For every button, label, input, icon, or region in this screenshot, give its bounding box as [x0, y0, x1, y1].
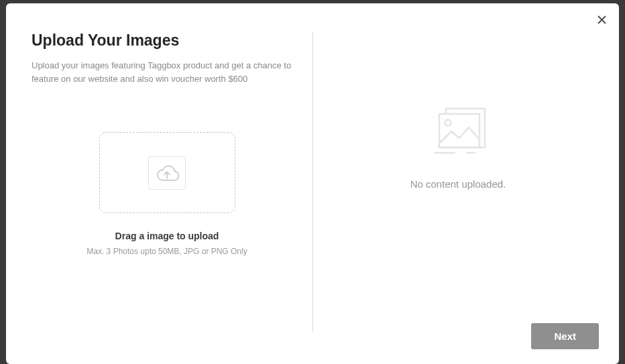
dropzone-container: Drag a image to upload Max. 3 Photos upt… [32, 132, 302, 256]
preview-panel: No content uploaded. [323, 32, 593, 352]
empty-state-illustration [424, 102, 492, 162]
modal-content: Upload Your Images Upload your images fe… [6, 3, 619, 364]
svg-point-1 [445, 120, 451, 126]
dropzone-hint: Max. 3 Photos upto 50MB, JPG or PNG Only [87, 247, 247, 256]
cloud-upload-icon [154, 163, 180, 183]
upload-modal: Upload Your Images Upload your images fe… [6, 3, 619, 364]
svg-rect-0 [439, 114, 479, 147]
file-dropzone[interactable] [99, 132, 235, 213]
image-placeholder-icon [424, 102, 492, 162]
cloud-icon-box [148, 156, 186, 190]
page-subtitle: Upload your images featuring Taggbox pro… [32, 59, 302, 85]
vertical-divider [312, 32, 313, 332]
close-icon [597, 15, 607, 25]
upload-panel: Upload Your Images Upload your images fe… [32, 32, 323, 352]
page-title: Upload Your Images [32, 32, 302, 50]
next-button[interactable]: Next [531, 323, 599, 349]
empty-state-label: No content uploaded. [410, 178, 506, 190]
modal-footer: Next [531, 323, 599, 349]
close-button[interactable] [593, 11, 610, 27]
dropzone-label: Drag a image to upload [115, 231, 219, 241]
